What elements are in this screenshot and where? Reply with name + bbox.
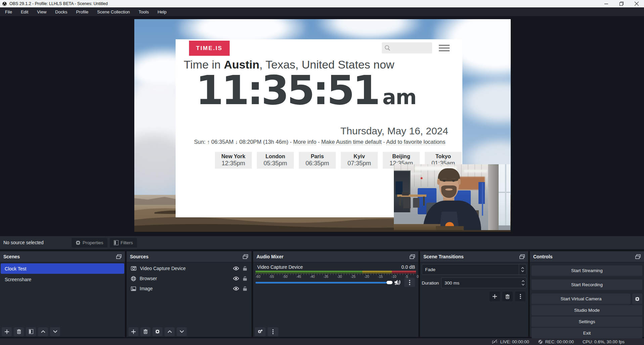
filters-button[interactable]: Filters [110, 238, 137, 248]
menu-view[interactable]: View [33, 9, 51, 14]
start-recording-button[interactable]: Start Recording [532, 279, 642, 290]
cpu-status: CPU: 0.6%, 30.00 fps [583, 339, 625, 344]
close-button[interactable] [629, 0, 644, 7]
advanced-audio-button[interactable] [255, 327, 266, 336]
program-video[interactable]: TIME.IS Time in Austin, Texas, United St… [134, 19, 511, 232]
transition-properties-button[interactable] [515, 292, 525, 301]
sources-header[interactable]: Sources [127, 251, 251, 262]
add-scene-button[interactable] [2, 327, 12, 336]
transition-select[interactable]: Fade [422, 264, 526, 275]
popout-icon[interactable] [519, 254, 525, 259]
visibility-eye-icon[interactable] [233, 266, 239, 270]
lock-icon[interactable] [243, 286, 247, 291]
globe-icon [131, 276, 136, 281]
select-arrows-icon [519, 264, 526, 274]
visibility-eye-icon[interactable] [233, 287, 239, 291]
make-default-link[interactable]: Make Austin time default [321, 139, 382, 145]
menu-edit[interactable]: Edit [16, 9, 33, 14]
title-bar: OBS 29.1.2 - Profile: LLHLS BETA - Scene… [0, 0, 644, 7]
scenes-dock: Scenes Clock Test Screenshare [0, 251, 125, 337]
menu-help[interactable]: Help [153, 9, 171, 14]
duration-label: Duration [422, 281, 441, 286]
menu-tools[interactable]: Tools [134, 9, 153, 14]
lock-icon[interactable] [243, 276, 247, 281]
menu-file[interactable]: File [1, 9, 16, 14]
laptop [402, 192, 409, 196]
menu-scene-collection[interactable]: Scene Collection [93, 9, 134, 14]
popout-icon[interactable] [635, 254, 641, 259]
menu-docks[interactable]: Docks [51, 9, 72, 14]
mixer-toolbar [253, 326, 418, 337]
city-card[interactable]: Kyiv07:35pm [341, 152, 378, 169]
start-virtual-camera-button[interactable]: Start Virtual Camera [532, 294, 631, 304]
exit-button[interactable]: Exit [532, 328, 642, 338]
audio-mixer-dock: Audio Mixer Video Capture Device 0.0 dB … [253, 251, 418, 337]
mixer-menu-button[interactable] [268, 327, 278, 336]
source-properties-button[interactable] [152, 327, 163, 336]
properties-button[interactable]: Properties [72, 238, 107, 248]
move-source-down-button[interactable] [177, 327, 187, 336]
duration-spinbox[interactable]: 300 ms [441, 277, 526, 288]
stand-pole [482, 183, 483, 216]
scene-item[interactable]: Screenshare [1, 274, 124, 285]
popout-icon[interactable] [116, 254, 122, 259]
add-transition-button[interactable] [490, 292, 500, 301]
move-source-up-button[interactable] [165, 327, 175, 336]
scenes-header[interactable]: Scenes [0, 251, 125, 262]
popout-icon[interactable] [243, 254, 248, 259]
person-ear [437, 179, 440, 185]
obs-logo-icon [2, 2, 7, 6]
exit-sign [421, 177, 422, 179]
source-item-video-capture[interactable]: Video Capture Device [127, 263, 251, 273]
move-scene-up-button[interactable] [38, 327, 48, 336]
volume-slider-handle[interactable] [386, 281, 393, 284]
menu-profile[interactable]: Profile [72, 9, 93, 14]
transitions-header[interactable]: Scene Transitions [420, 251, 528, 262]
timeis-logo[interactable]: TIME.IS [189, 41, 230, 56]
current-date: Thursday, May 16, 2024 [340, 125, 448, 137]
minimize-button[interactable] [599, 0, 614, 7]
source-item-browser[interactable]: Browser [127, 273, 251, 284]
volume-slider[interactable] [256, 280, 393, 285]
controls-header[interactable]: Controls [530, 251, 644, 262]
scene-filters-button[interactable] [26, 327, 36, 336]
scenes-toolbar [0, 326, 125, 337]
popout-icon[interactable] [410, 254, 415, 259]
stream-inactive-icon [491, 339, 498, 344]
city-card[interactable]: London05:35pm [257, 152, 294, 169]
sources-toolbar [127, 326, 251, 337]
settings-button[interactable]: Settings [532, 316, 642, 327]
sources-dock: Sources Video Capture Device Browser Ima… [127, 251, 251, 337]
menu-hamburger-icon[interactable] [439, 45, 450, 51]
maximize-button[interactable] [614, 0, 629, 7]
scenes-title: Scenes [3, 254, 20, 259]
source-item-image[interactable]: Image [127, 284, 251, 294]
mixer-options-button[interactable] [404, 278, 415, 287]
add-favorite-link[interactable]: Add to favorite locations [386, 139, 445, 145]
rec-status: REC: 00:00:00 [538, 339, 574, 344]
virtual-camera-settings-button[interactable] [632, 294, 642, 304]
audio-mixer-header[interactable]: Audio Mixer [253, 251, 418, 262]
remove-scene-button[interactable] [14, 327, 24, 336]
add-source-button[interactable] [128, 327, 138, 336]
lock-icon[interactable] [243, 266, 247, 271]
city-card[interactable]: New York12:35pm [215, 152, 252, 169]
scene-item-selected[interactable]: Clock Test [1, 263, 124, 274]
sun-info: Sun: ↑ 06:35AM ↓ 08:20PM (13h 46m) - Mor… [194, 139, 445, 145]
start-streaming-button[interactable]: Start Streaming [532, 265, 642, 276]
speaker-icon[interactable] [395, 279, 401, 285]
remove-transition-button[interactable] [502, 292, 513, 301]
spinbox-arrows-icon[interactable] [521, 278, 525, 288]
menu-bar: File Edit View Docks Profile Scene Colle… [0, 7, 644, 16]
studio-mode-button[interactable]: Studio Mode [532, 305, 642, 315]
more-info-link[interactable]: More info [293, 139, 316, 145]
search-box[interactable] [382, 42, 432, 53]
visibility-eye-icon[interactable] [233, 276, 239, 281]
camera-icon [131, 266, 136, 271]
duration-value: 300 ms [445, 281, 459, 286]
move-scene-down-button[interactable] [50, 327, 60, 336]
audio-mixer-title: Audio Mixer [257, 254, 283, 259]
remove-source-button[interactable] [140, 327, 150, 336]
chair [413, 198, 419, 208]
city-card[interactable]: Paris06:35pm [299, 152, 336, 169]
